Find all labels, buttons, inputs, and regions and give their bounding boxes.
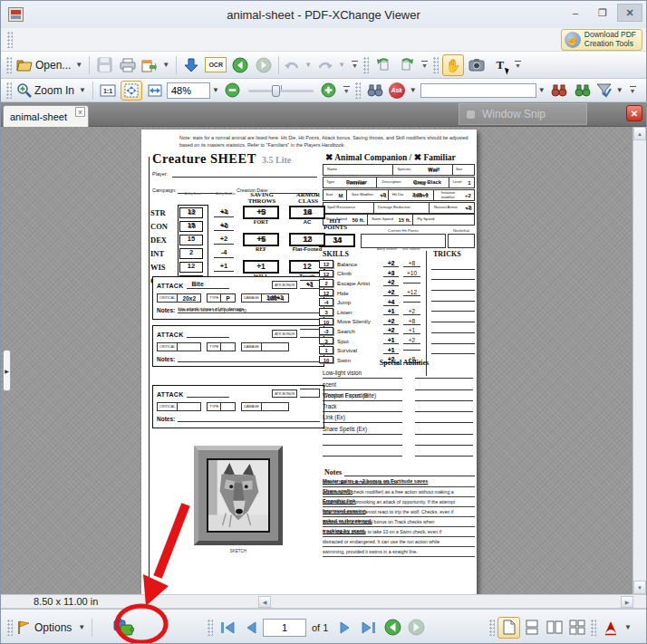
menu-item[interactable] xyxy=(81,36,97,43)
hand-tool-button[interactable]: ✋ xyxy=(442,54,464,76)
skill-row: 3 Listen +1 +2 xyxy=(319,307,420,317)
close-button[interactable]: ✕ xyxy=(617,4,642,22)
toolbar-overflow-icon[interactable]: ▼ xyxy=(352,61,358,69)
go-back-button[interactable] xyxy=(229,54,251,76)
menubar-grip[interactable] xyxy=(7,32,13,48)
snapshot-button[interactable] xyxy=(466,54,488,76)
damage-reduction-label: Damage Reduction xyxy=(374,202,414,214)
open-button[interactable]: Open... ▼ xyxy=(15,54,85,76)
single-page-layout-button[interactable] xyxy=(497,617,520,639)
zoom-in-tool-button[interactable]: Zoom In ▼ xyxy=(15,81,89,101)
zoom-slider-thumb[interactable] xyxy=(272,85,280,97)
notes-line-text: fails, the opponent cannot react to trip… xyxy=(323,509,453,514)
toolbar-grip[interactable] xyxy=(363,57,369,73)
scroll-up-icon[interactable]: ▲ xyxy=(633,127,646,140)
print-button[interactable] xyxy=(117,54,139,76)
toolbar-grip[interactable] xyxy=(591,620,596,636)
scroll-right-icon[interactable]: ▶ xyxy=(621,596,633,608)
pdf-page: Note: stats for a normal animal are list… xyxy=(141,130,477,594)
description-label: Description xyxy=(377,177,406,188)
search-all-button[interactable] xyxy=(572,81,594,101)
menu-item[interactable] xyxy=(64,36,81,43)
skill-misc-mod: +2 xyxy=(403,337,420,344)
critical-value: 20x2 xyxy=(178,293,201,303)
zoom-out-button[interactable] xyxy=(222,81,244,101)
toolbar-grip[interactable] xyxy=(6,57,12,73)
search-input[interactable] xyxy=(420,83,536,98)
menu-item[interactable] xyxy=(97,36,113,43)
toolbar-overflow-icon[interactable]: ▼ xyxy=(630,86,636,94)
filter-button[interactable]: ▼ xyxy=(595,81,626,101)
tab-animal-sheet[interactable]: animal-sheet x xyxy=(3,105,89,127)
send-mail-button[interactable] xyxy=(180,54,202,76)
skills-col1-header: Ability Modifier xyxy=(375,248,399,252)
toolbar-grip[interactable] xyxy=(6,82,12,99)
save-button[interactable] xyxy=(93,54,115,76)
toolbar-grip[interactable] xyxy=(355,82,361,99)
ocr-button[interactable]: OCR xyxy=(204,54,227,76)
rotate-cw-button[interactable] xyxy=(396,54,418,76)
select-text-button[interactable]: T xyxy=(489,54,511,76)
toolbar-grip[interactable] xyxy=(208,620,213,636)
menu-item[interactable] xyxy=(130,36,146,43)
redo-button[interactable]: ▼ xyxy=(316,54,348,76)
zoom-level-combo[interactable]: 48% xyxy=(167,82,210,99)
search-caret-icon[interactable]: ▼ xyxy=(536,86,547,94)
trick-item xyxy=(431,270,475,281)
toolbar-overflow-icon[interactable]: ▼ xyxy=(515,61,521,69)
previous-view-button[interactable] xyxy=(381,617,403,639)
horizontal-scrollbar[interactable]: 8.50 x 11.00 in ◀ ▶ xyxy=(1,594,647,609)
chevron-down-icon[interactable]: ▼ xyxy=(623,623,633,631)
previous-page-icon xyxy=(244,621,258,634)
fit-page-button[interactable] xyxy=(121,81,142,101)
previous-page-button[interactable] xyxy=(240,617,262,639)
zoom-in-button[interactable] xyxy=(318,81,340,101)
rotate-ccw-button[interactable] xyxy=(372,54,394,76)
sidebar-expand-handle[interactable]: ▶ xyxy=(3,350,11,391)
options-button[interactable]: Options ▼ xyxy=(16,617,88,639)
find-button[interactable] xyxy=(364,81,386,101)
zoom-combo-caret-icon[interactable]: ▼ xyxy=(210,86,221,94)
facing-layout-button[interactable] xyxy=(543,617,565,639)
page-number-input[interactable] xyxy=(263,619,306,637)
fit-width-button[interactable] xyxy=(144,81,166,101)
zoom-slider-track[interactable] xyxy=(248,90,314,92)
skill-rank: 3 xyxy=(319,337,333,345)
minimize-button[interactable]: – xyxy=(563,4,588,22)
first-page-button[interactable] xyxy=(217,617,238,639)
menu-item[interactable] xyxy=(15,36,32,43)
menu-item[interactable] xyxy=(48,36,64,43)
toolbar-overflow-icon[interactable]: ▼ xyxy=(421,61,428,69)
scroll-left-icon[interactable]: ◀ xyxy=(258,596,271,608)
next-view-button[interactable] xyxy=(405,617,427,639)
toolbar-grip[interactable] xyxy=(433,57,439,73)
vertical-scrollbar[interactable]: ▲ ▼ xyxy=(633,127,646,594)
undo-button[interactable]: ▼ xyxy=(283,54,314,76)
toolbar-grip[interactable] xyxy=(7,620,13,636)
continuous-layout-button[interactable] xyxy=(520,617,543,639)
toolbar-overflow-icon[interactable]: ▼ xyxy=(343,86,350,94)
go-forward-button[interactable] xyxy=(253,54,275,76)
last-page-button[interactable] xyxy=(358,617,380,639)
special-ability-name: Track xyxy=(323,403,337,409)
menu-item[interactable] xyxy=(32,36,48,43)
scroll-down-icon[interactable]: ▼ xyxy=(633,581,646,594)
menu-item[interactable] xyxy=(113,36,130,43)
continuous-facing-layout-button[interactable] xyxy=(565,617,588,639)
damage-label: DAMAGE xyxy=(241,293,261,303)
toolbar-grip[interactable] xyxy=(489,620,495,636)
zoom-slider[interactable] xyxy=(248,82,314,99)
search-next-button[interactable] xyxy=(548,81,570,101)
ac-ghost: 14 xyxy=(304,208,312,216)
ask-search-provider-button[interactable]: Ask ▼ xyxy=(388,81,420,101)
plugins-button[interactable] xyxy=(111,617,135,639)
download-pdf-creation-tools-button[interactable]: ☝ Download PDF Creation Tools xyxy=(561,29,642,51)
next-page-button[interactable] xyxy=(334,617,356,639)
maximize-button[interactable]: ❐ xyxy=(590,4,615,22)
actual-size-button[interactable]: 1:1 xyxy=(97,81,119,101)
open-in-adobe-button[interactable] xyxy=(600,617,622,639)
attack-notes-label: Notes: xyxy=(157,356,175,362)
close-document-button[interactable]: ✕ xyxy=(626,105,642,121)
export-button[interactable]: ▼ xyxy=(140,54,172,76)
tab-close-icon[interactable]: x xyxy=(75,107,85,117)
